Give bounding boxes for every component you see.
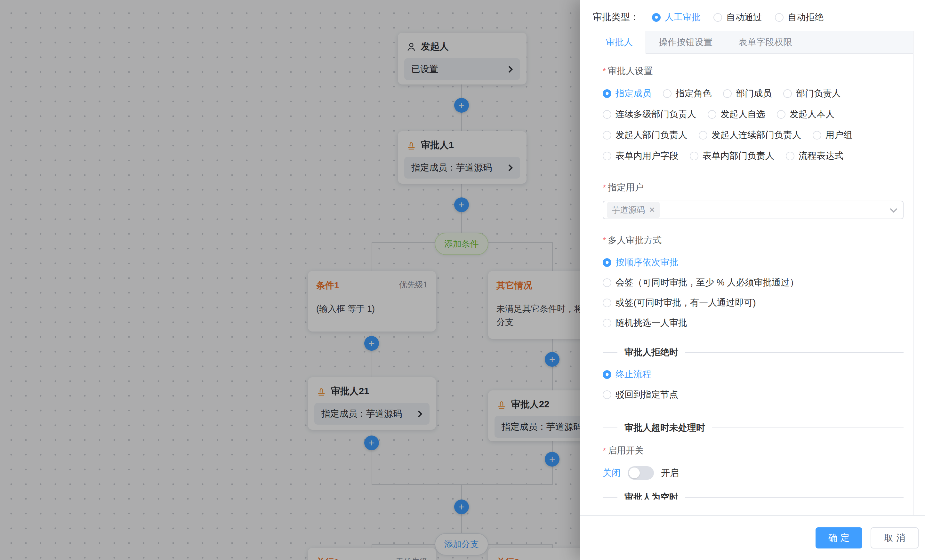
- timeout-section-divider: 审批人超时未处理时: [603, 422, 904, 434]
- radio-terminate-process[interactable]: 终止流程: [603, 368, 904, 381]
- radio-icon: [603, 319, 611, 327]
- approver-setting-row: 连续多级部门负责人 发起人自选 发起人本人: [603, 108, 904, 120]
- radio-label: 或签(可同时审批，有一人通过即可): [616, 297, 756, 309]
- tab-form-field-permissions[interactable]: 表单字段权限: [726, 31, 805, 53]
- radio-label: 驳回到指定节点: [616, 388, 678, 400]
- radio-countersign[interactable]: 会签（可同时审批，至少 % 人必须审批通过）: [603, 277, 904, 289]
- approver-settings-drawer: 审批类型： 人工审批 自动通过 自动拒绝 审批人 操作按钮设置 表单字段权限: [580, 0, 925, 560]
- radio-icon: [603, 89, 611, 98]
- radio-icon: [603, 110, 611, 119]
- radio-option[interactable]: 指定角色: [663, 87, 711, 99]
- radio-icon: [775, 13, 783, 22]
- radio-label: 发起人部门负责人: [616, 129, 687, 141]
- radio-option[interactable]: 表单内用户字段: [603, 150, 678, 162]
- radio-label: 表单内部门负责人: [702, 150, 774, 162]
- assign-user-label: * 指定用户: [603, 181, 904, 194]
- toggle-knob: [629, 468, 640, 479]
- tab-content-scroll-area[interactable]: * 审批人设置 指定成员 指定角色 部门成员 部门负责人 连续多级部门负责人 发…: [593, 54, 913, 515]
- radio-label: 连续多级部门负责人: [616, 108, 696, 120]
- radio-icon: [777, 110, 785, 119]
- reject-options: 终止流程 驳回到指定节点: [603, 368, 904, 400]
- assign-user-select[interactable]: 芋道源码 ✕: [603, 201, 904, 219]
- radio-option[interactable]: 发起人本人: [777, 108, 835, 120]
- modal-overlay[interactable]: [0, 0, 580, 560]
- radio-icon: [690, 152, 698, 160]
- radio-label: 按顺序依次审批: [616, 256, 678, 268]
- switch-off-label: 关闭: [603, 467, 621, 479]
- radio-icon: [603, 258, 611, 267]
- radio-sequential-approval[interactable]: 按顺序依次审批: [603, 256, 904, 268]
- radio-or-sign[interactable]: 或签(可同时审批，有一人通过即可): [603, 297, 904, 309]
- reject-section-divider: 审批人拒绝时: [603, 346, 904, 358]
- empty-approver-divider: 审批人为空时: [603, 491, 904, 500]
- radio-icon: [603, 370, 611, 379]
- approver-setting-row: 表单内用户字段 表单内部门负责人 流程表达式: [603, 150, 904, 162]
- radio-label: 部门成员: [736, 87, 772, 99]
- timeout-enable-toggle[interactable]: [628, 466, 654, 480]
- radio-icon: [708, 110, 716, 119]
- radio-icon: [603, 278, 611, 287]
- radio-option[interactable]: 发起人连续部门负责人: [699, 129, 801, 141]
- section-title: 审批人拒绝时: [624, 346, 678, 358]
- radio-designated-member[interactable]: 指定成员: [603, 87, 651, 99]
- chevron-down-icon: [890, 205, 898, 213]
- required-asterisk: *: [603, 66, 606, 76]
- radio-label: 指定角色: [676, 87, 711, 99]
- multi-mode-options: 按顺序依次审批 会签（可同时审批，至少 % 人必须审批通过） 或签(可同时审批，…: [603, 256, 904, 329]
- approver-setting-row: 指定成员 指定角色 部门成员 部门负责人: [603, 87, 904, 99]
- clipped-section: 审批人为空时: [603, 491, 904, 500]
- radio-label: 自动通过: [726, 11, 762, 23]
- radio-icon: [813, 131, 821, 140]
- radio-icon: [663, 89, 672, 98]
- radio-random-one[interactable]: 随机挑选一人审批: [603, 317, 904, 329]
- tab-label: 审批人: [606, 36, 633, 48]
- radio-label: 人工审批: [665, 11, 701, 23]
- tab-action-buttons[interactable]: 操作按钮设置: [646, 31, 726, 53]
- confirm-button[interactable]: 确定: [815, 527, 862, 548]
- switch-on-label: 开启: [661, 467, 679, 479]
- radio-label: 部门负责人: [796, 87, 841, 99]
- enable-switch-label: * 启用开关: [603, 444, 904, 457]
- remove-tag-icon[interactable]: ✕: [649, 205, 655, 214]
- drawer-footer: 确定 取消: [580, 515, 925, 560]
- radio-icon: [723, 89, 732, 98]
- tabs-bar: 审批人 操作按钮设置 表单字段权限: [593, 31, 913, 54]
- radio-label: 发起人本人: [789, 108, 835, 120]
- radio-label: 随机挑选一人审批: [616, 317, 687, 329]
- radio-option[interactable]: 部门成员: [723, 87, 772, 99]
- radio-option[interactable]: 部门负责人: [783, 87, 841, 99]
- radio-option[interactable]: 发起人部门负责人: [603, 129, 687, 141]
- radio-icon: [603, 131, 611, 140]
- radio-label: 表单内用户字段: [616, 150, 678, 162]
- radio-option[interactable]: 连续多级部门负责人: [603, 108, 696, 120]
- radio-option[interactable]: 表单内部门负责人: [690, 150, 774, 162]
- radio-label: 终止流程: [616, 368, 651, 381]
- approval-type-row: 审批类型： 人工审批 自动通过 自动拒绝: [580, 0, 925, 27]
- radio-option[interactable]: 流程表达式: [786, 150, 844, 162]
- radio-option[interactable]: 发起人自选: [708, 108, 765, 120]
- radio-icon: [699, 131, 707, 140]
- approval-type-label: 审批类型：: [593, 11, 639, 24]
- radio-label: 流程表达式: [798, 150, 844, 162]
- multi-mode-label: * 多人审批方式: [603, 234, 904, 246]
- tab-label: 操作按钮设置: [659, 36, 713, 48]
- radio-manual-approval[interactable]: 人工审批: [652, 11, 701, 23]
- radio-icon: [783, 89, 792, 98]
- radio-label: 发起人自选: [720, 108, 765, 120]
- required-asterisk: *: [603, 183, 606, 193]
- radio-icon: [713, 13, 722, 22]
- timeout-switch-row: 关闭 开启: [603, 466, 904, 480]
- section-title: 审批人超时未处理时: [624, 422, 705, 434]
- radio-label: 发起人连续部门负责人: [711, 129, 801, 141]
- radio-return-to-node[interactable]: 驳回到指定节点: [603, 388, 904, 400]
- required-asterisk: *: [603, 235, 606, 245]
- radio-option[interactable]: 用户组: [813, 129, 852, 141]
- selected-user-tag: 芋道源码 ✕: [607, 202, 660, 218]
- radio-auto-reject[interactable]: 自动拒绝: [775, 11, 824, 23]
- radio-icon: [652, 13, 661, 22]
- cancel-button[interactable]: 取消: [871, 527, 919, 548]
- approver-setting-label: * 审批人设置: [603, 65, 904, 77]
- radio-auto-approve[interactable]: 自动通过: [713, 11, 762, 23]
- tab-approver[interactable]: 审批人: [593, 31, 646, 54]
- radio-icon: [603, 390, 611, 399]
